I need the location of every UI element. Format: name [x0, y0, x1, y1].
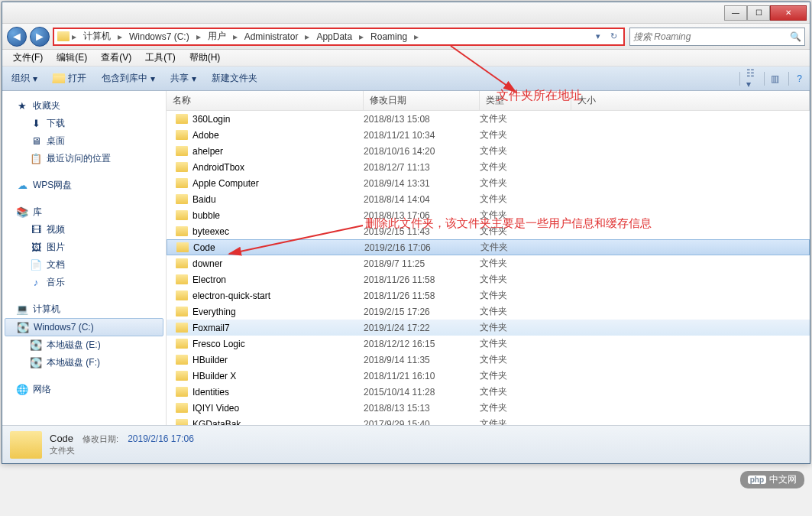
file-row[interactable]: Identities2015/10/14 11:28文件夹 [167, 384, 810, 400]
sidebar-documents[interactable]: 📄文档 [2, 256, 166, 274]
sidebar-drive-f[interactable]: 💽本地磁盘 (F:) [2, 354, 166, 372]
file-row[interactable]: HBuilder2018/9/14 11:35文件夹 [167, 352, 810, 368]
file-type: 文件夹 [480, 401, 571, 414]
menu-file[interactable]: 文件(F) [7, 50, 49, 66]
sidebar-recent[interactable]: 📋最近访问的位置 [2, 150, 166, 167]
address-bar[interactable]: ▸ 计算机 ▸ Windows7 (C:) ▸ 用户 ▸ Administrat… [53, 28, 625, 46]
help-icon[interactable]: ? [788, 72, 804, 86]
sidebar-videos[interactable]: 🎞视频 [2, 221, 166, 239]
search-icon[interactable]: 🔍 [790, 31, 801, 42]
crumb-roaming[interactable]: Roaming [366, 30, 412, 44]
file-row[interactable]: Baidu2018/8/14 14:04文件夹 [167, 191, 810, 207]
file-row[interactable]: Adobe2018/11/21 10:34文件夹 [167, 127, 810, 143]
folder-icon [176, 226, 188, 236]
organize-button[interactable]: 组织 ▾ [8, 70, 40, 86]
drive-icon: 💽 [17, 321, 29, 333]
include-button[interactable]: 包含到库中 ▾ [99, 70, 158, 86]
file-type: 文件夹 [480, 289, 571, 302]
file-type: 文件夹 [480, 161, 571, 174]
file-name: KGDataBak [192, 419, 241, 426]
file-name: HBuilder [192, 355, 228, 365]
chevron-right-icon[interactable]: ▸ [115, 31, 125, 42]
file-row[interactable]: ahelper2018/10/16 14:20文件夹 [167, 143, 810, 159]
sidebar-pictures[interactable]: 🖼图片 [2, 239, 166, 256]
open-folder-icon [53, 73, 65, 83]
menu-edit[interactable]: 编辑(E) [50, 50, 93, 66]
file-type: 文件夹 [480, 257, 571, 270]
sidebar-computer[interactable]: 💻计算机 [2, 300, 166, 318]
file-row[interactable]: 360Login2018/8/13 15:08文件夹 [167, 111, 810, 127]
file-type: 文件夹 [480, 353, 571, 366]
sidebar-music[interactable]: ♪音乐 [2, 274, 166, 291]
file-row[interactable]: KGDataBak2017/9/29 15:40文件夹 [167, 416, 810, 425]
search-box[interactable]: 🔍 [629, 28, 805, 46]
open-button[interactable]: 打开 [50, 70, 89, 86]
close-button[interactable]: ✕ [770, 5, 807, 21]
newfolder-button[interactable]: 新建文件夹 [209, 70, 260, 86]
menu-tools[interactable]: 工具(T) [139, 50, 181, 66]
file-date: 2018/11/21 16:10 [364, 371, 480, 381]
refresh-icon[interactable]: ↻ [607, 30, 620, 44]
back-button[interactable]: ◄ [7, 27, 27, 47]
menu-help[interactable]: 帮助(H) [183, 50, 227, 66]
file-row[interactable]: IQIYI Video2018/8/13 15:13文件夹 [167, 400, 810, 416]
column-date[interactable]: 修改日期 [364, 91, 480, 110]
chevron-right-icon[interactable]: ▸ [302, 31, 312, 42]
sidebar-drive-e[interactable]: 💽本地磁盘 (E:) [2, 336, 166, 354]
minimize-button[interactable]: — [724, 5, 747, 21]
crumb-users[interactable]: 用户 [203, 28, 231, 44]
file-row[interactable]: electron-quick-start2018/11/26 11:58文件夹 [167, 287, 810, 303]
file-row[interactable]: Apple Computer2018/9/14 13:31文件夹 [167, 175, 810, 191]
crumb-appdata[interactable]: AppData [312, 30, 357, 44]
view-options-icon[interactable]: ☷ ▾ [739, 72, 755, 86]
chevron-right-icon[interactable]: ▸ [357, 31, 366, 42]
sidebar-desktop[interactable]: 🖥桌面 [2, 132, 166, 150]
document-icon: 📄 [30, 259, 42, 271]
file-row[interactable]: Foxmail72019/1/24 17:22文件夹 [167, 320, 810, 336]
search-input[interactable] [633, 31, 790, 42]
column-type[interactable]: 类型 [480, 91, 571, 110]
file-row[interactable]: byteexec2019/2/15 11:43文件夹 [167, 223, 810, 239]
crumb-drive[interactable]: Windows7 (C:) [125, 30, 194, 44]
sidebar-downloads[interactable]: ⬇下载 [2, 115, 166, 132]
menu-view[interactable]: 查看(V) [95, 50, 137, 66]
file-row[interactable]: AndroidTbox2018/12/7 11:13文件夹 [167, 159, 810, 175]
sidebar-libraries[interactable]: 📚库 [2, 203, 166, 221]
file-row[interactable]: Fresco Logic2018/12/12 16:15文件夹 [167, 336, 810, 352]
file-row[interactable]: Everything2019/2/15 17:26文件夹 [167, 303, 810, 320]
forward-button[interactable]: ► [30, 27, 50, 47]
file-row[interactable]: HBuilder X2018/11/21 16:10文件夹 [167, 368, 810, 384]
chevron-right-icon[interactable]: ▸ [194, 31, 203, 42]
dropdown-icon[interactable]: ▾ [591, 30, 605, 44]
folder-icon [176, 114, 188, 124]
folder-icon [176, 146, 188, 156]
chevron-right-icon[interactable]: ▸ [412, 31, 421, 42]
file-type: 文件夹 [480, 209, 571, 222]
chevron-right-icon[interactable]: ▸ [231, 31, 240, 42]
computer-icon: 💻 [16, 303, 28, 316]
file-name: Identities [192, 387, 229, 398]
chevron-right-icon[interactable]: ▸ [70, 31, 79, 42]
sidebar-wps[interactable]: ☁WPS网盘 [2, 177, 166, 194]
column-name[interactable]: 名称 [167, 91, 364, 110]
maximize-button[interactable]: ☐ [747, 5, 770, 21]
file-row[interactable]: downer2018/9/7 11:25文件夹 [167, 255, 810, 271]
file-type: 文件夹 [480, 369, 571, 382]
file-name: Everything [192, 307, 236, 317]
file-name: Fresco Logic [192, 339, 245, 349]
file-pane: 名称 修改日期 类型 大小 360Login2018/8/13 15:08文件夹… [167, 91, 810, 425]
sidebar-drive-c[interactable]: 💽Windows7 (C:) [5, 318, 163, 336]
file-row[interactable]: bubble2018/8/13 17:06文件夹 [167, 207, 810, 223]
crumb-computer[interactable]: 计算机 [79, 28, 115, 44]
column-size[interactable]: 大小 [571, 91, 810, 110]
preview-pane-icon[interactable]: ▥ [764, 72, 779, 86]
folder-icon [176, 258, 188, 268]
file-row[interactable]: Electron2018/11/26 11:58文件夹 [167, 271, 810, 287]
sidebar-favorites[interactable]: ★收藏夹 [2, 97, 166, 115]
sidebar-network[interactable]: 🌐网络 [2, 381, 166, 398]
explorer-window: — ☐ ✕ ◄ ► ▸ 计算机 ▸ Windows7 (C:) ▸ 用户 ▸ A… [2, 2, 810, 464]
file-list[interactable]: 360Login2018/8/13 15:08文件夹Adobe2018/11/2… [167, 111, 810, 425]
share-button[interactable]: 共享 ▾ [167, 70, 199, 86]
file-row[interactable]: Code2019/2/16 17:06文件夹 [167, 239, 810, 255]
crumb-admin[interactable]: Administrator [240, 30, 303, 44]
